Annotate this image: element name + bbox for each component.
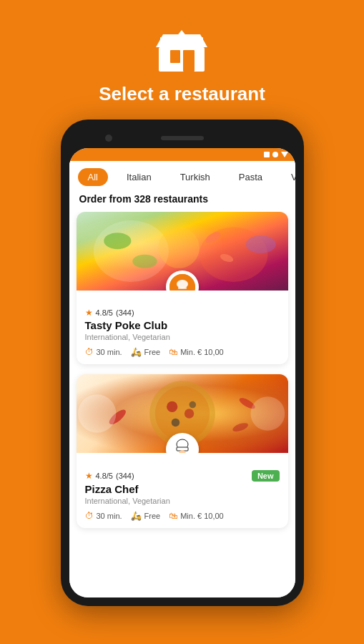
svg-point-11 [132, 255, 157, 268]
restaurant-card-pizza[interactable]: PIZZA CHEF ★ 4.8/5 [77, 374, 288, 528]
phone-frame: All Italian Turkish Pasta Vegetarian Ord… [61, 119, 304, 606]
pizza-meta: ⏱ 30 min. 🛵 Free 🛍 Min. € 10,00 [85, 511, 280, 521]
poke-card-info: ★ 4.8/5 (344) Tasty Poke Club Internatio… [77, 291, 288, 364]
svg-point-27 [250, 396, 285, 431]
svg-rect-0 [159, 47, 205, 72]
pizza-minimum-order: 🛍 Min. € 10,00 [169, 511, 224, 521]
pizza-reviews: (344) [116, 472, 134, 480]
filter-tab-all[interactable]: All [78, 168, 108, 186]
pizza-star-icon: ★ [85, 471, 93, 481]
order-count: Order from 328 restaurants [69, 193, 295, 212]
poke-meta: ⏱ 30 min. 🛵 Free 🛍 Min. € 10,00 [85, 347, 280, 357]
phone-camera [105, 135, 112, 142]
poke-cuisine: International, Vegetarian [85, 333, 280, 341]
pizza-card-info: ★ 4.8/5 (344) New Pizza Chef Internation… [77, 453, 288, 528]
phone-wrapper: All Italian Turkish Pasta Vegetarian Ord… [61, 119, 304, 644]
pizza-name: Pizza Chef [85, 483, 280, 495]
pizza-bag-icon: 🛍 [169, 511, 177, 521]
svg-rect-15 [178, 287, 187, 289]
svg-rect-1 [170, 50, 180, 63]
svg-rect-3 [160, 37, 203, 40]
pizza-card-image: PIZZA CHEF [77, 374, 288, 453]
poke-name: Tasty Poke Club [85, 319, 280, 331]
svg-point-5 [93, 220, 168, 282]
filter-tab-italian[interactable]: Italian [117, 168, 162, 186]
poke-card-image: POKE [77, 212, 288, 291]
store-icon [156, 29, 207, 72]
phone-screen: All Italian Turkish Pasta Vegetarian Ord… [69, 148, 295, 597]
filter-tab-turkish[interactable]: Turkish [170, 168, 220, 186]
svg-marker-4 [176, 30, 187, 37]
filter-tabs: All Italian Turkish Pasta Vegetarian [69, 161, 295, 193]
poke-rating: ★ 4.8/5 (344) [85, 308, 134, 318]
poke-clock-icon: ⏱ [85, 347, 94, 357]
poke-delivery-icon: 🛵 [131, 347, 142, 357]
pizza-delivery-time: ⏱ 30 min. [85, 511, 122, 521]
poke-delivery-time: ⏱ 30 min. [85, 347, 122, 357]
svg-point-25 [231, 421, 249, 434]
poke-star-icon: ★ [85, 308, 93, 318]
poke-reviews: (344) [116, 308, 134, 317]
svg-point-26 [77, 394, 115, 432]
pizza-rating-value: 4.8/5 [96, 472, 113, 480]
svg-point-20 [184, 409, 193, 418]
svg-point-6 [158, 228, 199, 268]
pizza-rating: ★ 4.8/5 (344) [85, 471, 134, 481]
pizza-logo-inner: PIZZA CHEF [168, 435, 197, 453]
pizza-delivery-cost: 🛵 Free [131, 511, 161, 521]
pizza-clock-icon: ⏱ [85, 511, 94, 521]
new-badge: New [252, 470, 280, 482]
filter-tab-pasta[interactable]: Pasta [229, 168, 272, 186]
svg-point-10 [104, 233, 131, 249]
poke-rating-value: 4.8/5 [96, 308, 113, 317]
poke-bag-icon: 🛍 [169, 347, 177, 357]
restaurant-card-poke[interactable]: POKE ★ 4.8/5 (344) [77, 212, 288, 364]
wifi-icon [281, 152, 288, 157]
pizza-cuisine: International, Vegetarian [85, 497, 280, 505]
phone-speaker [161, 136, 204, 140]
poke-delivery-cost: 🛵 Free [131, 347, 161, 357]
status-bar [69, 148, 295, 161]
pizza-card-header: ★ 4.8/5 (344) New [85, 470, 280, 482]
content-area: All Italian Turkish Pasta Vegetarian Ord… [69, 161, 295, 597]
battery-icon [264, 152, 270, 157]
svg-rect-2 [183, 50, 195, 72]
poke-minimum-order: 🛍 Min. € 10,00 [169, 347, 224, 357]
svg-point-12 [245, 235, 275, 253]
page-title: Select a restaurant [99, 83, 265, 105]
filter-tab-vegetarian[interactable]: Vegetarian [281, 168, 295, 186]
svg-point-21 [171, 419, 179, 426]
signal-icon [272, 152, 278, 157]
poke-card-header: ★ 4.8/5 (344) [85, 308, 280, 318]
svg-point-19 [167, 401, 177, 412]
poke-logo-inner: POKE [169, 274, 195, 291]
phone-top-bar [69, 128, 295, 148]
restaurant-list: POKE ★ 4.8/5 (344) [69, 212, 295, 597]
pizza-delivery-icon: 🛵 [131, 511, 142, 521]
svg-point-22 [189, 401, 196, 409]
header-section: Select a restaurant [99, 0, 265, 119]
